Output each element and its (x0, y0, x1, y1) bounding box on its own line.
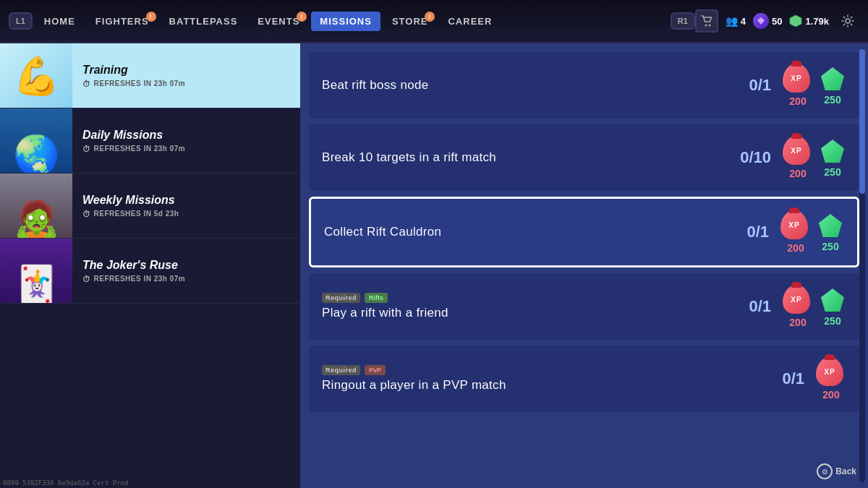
category-joker[interactable]: 🃏 The Joker's Ruse ⏱ REFRESHES IN 23h 07… (0, 239, 300, 304)
mission-row-play-rift-friend[interactable]: Required Rifts Play a rift with a friend… (309, 273, 859, 340)
gem-reward-4: 250 (819, 286, 846, 327)
gem-amount-2: 250 (824, 166, 841, 178)
xp-bag-icon-3: XP (780, 210, 811, 241)
gem-icon-3 (817, 212, 844, 239)
nav-item-missions[interactable]: MISSIONS (311, 12, 380, 31)
xp-reward-1: XP 200 (783, 64, 813, 107)
back-label: Back (835, 466, 856, 476)
mission-row-break-targets[interactable]: Break 10 targets in a rift match 0/10 XP… (309, 124, 859, 191)
joker-info: The Joker's Ruse ⏱ REFRESHES IN 23h 07m (72, 253, 300, 289)
training-thumbnail: 💪 (0, 43, 72, 108)
nav-items: HOME FIGHTERS ! BATTLEPASS EVENTS ! MISS… (35, 12, 668, 31)
mission-play-rift-required: Required Rifts (322, 293, 728, 303)
l1-button[interactable]: L1 (9, 12, 33, 30)
friends-icon: 👥 (726, 15, 738, 27)
xp-bag-icon-2: XP (783, 136, 813, 166)
required-type-5: PvP (365, 365, 386, 375)
required-type-4: Rifts (365, 293, 388, 303)
category-weekly[interactable]: 🧟 Weekly Missions ⏱ REFRESHES IN 5d 23h (0, 174, 300, 239)
mission-play-rift-rewards: XP 200 250 (783, 285, 846, 328)
required-label-5: Required (322, 365, 360, 375)
gem-icon-4 (819, 286, 846, 314)
weekly-thumbnail: 🧟 (0, 174, 72, 239)
nav-item-fighters[interactable]: FIGHTERS ! (87, 12, 158, 31)
weekly-title: Weekly Missions (82, 194, 290, 207)
r1-button[interactable]: R1 (671, 12, 695, 30)
xp-amount-1: 200 (789, 95, 806, 107)
xp-reward-5: XP 200 (816, 357, 846, 401)
clock-icon-training: ⏱ (82, 80, 91, 88)
mission-collect-cauldron-progress: 0/1 (726, 223, 769, 241)
main-content: 💪 Training ⏱ REFRESHES IN 23h 07m 🌏 Dail… (0, 43, 868, 488)
joker-title: The Joker's Ruse (82, 259, 290, 272)
mission-collect-cauldron-info: Collect Rift Cauldron (324, 225, 726, 239)
weekly-refresh: ⏱ REFRESHES IN 5d 23h (82, 210, 290, 218)
cart-icon[interactable] (695, 9, 718, 33)
nav-item-battlepass[interactable]: BATTLEPASS (161, 12, 247, 31)
gem-icon-2 (819, 137, 846, 165)
mission-break-targets-info: Break 10 targets in a rift match (322, 150, 728, 165)
nav-item-home[interactable]: HOME (35, 12, 84, 31)
clock-icon-joker: ⏱ (82, 275, 91, 283)
clock-icon-daily: ⏱ (82, 145, 91, 153)
mission-row-collect-cauldron[interactable]: Collect Rift Cauldron 0/1 XP 200 (309, 197, 859, 267)
xp-bag-icon-4: XP (783, 285, 813, 315)
svg-marker-2 (790, 15, 801, 27)
category-training[interactable]: 💪 Training ⏱ REFRESHES IN 23h 07m (0, 43, 300, 108)
training-refresh: ⏱ REFRESHES IN 23h 07m (82, 80, 290, 88)
coin-currency: 1.79k (789, 14, 829, 27)
gem-reward-1: 250 (819, 65, 846, 106)
mission-ringout-required: Required PvP (322, 365, 761, 375)
joker-thumbnail: 🃏 (0, 239, 72, 304)
mission-collect-cauldron-rewards: XP 200 250 (780, 210, 844, 254)
joker-emoji: 🃏 (13, 266, 60, 304)
training-title: Training (82, 64, 290, 77)
back-button[interactable]: ⊙ Back (817, 463, 856, 479)
scrollbar[interactable] (859, 49, 865, 482)
mission-row-ringout-pvp[interactable]: Required PvP Ringout a player in a PVP m… (309, 346, 859, 412)
coin-icon (789, 14, 802, 27)
daily-title: Daily Missions (82, 129, 290, 142)
xp-amount-2: 200 (789, 168, 806, 179)
gem-amount-4: 250 (824, 315, 841, 327)
category-list: 💪 Training ⏱ REFRESHES IN 23h 07m 🌏 Dail… (0, 43, 300, 488)
mission-beat-rift-info: Beat rift boss node (322, 78, 728, 93)
daily-thumbnail: 🌏 (0, 108, 72, 174)
friends-count: 👥 4 (726, 15, 746, 27)
top-navigation: L1 HOME FIGHTERS ! BATTLEPASS EVENTS ! M… (0, 0, 868, 43)
training-info: Training ⏱ REFRESHES IN 23h 07m (72, 58, 300, 94)
gem-reward-3: 250 (817, 212, 844, 252)
settings-icon[interactable] (836, 9, 859, 33)
mission-ringout-name: Ringout a player in a PVP match (322, 378, 761, 393)
mission-row-beat-rift[interactable]: Beat rift boss node 0/1 XP 200 (309, 52, 859, 119)
svg-point-3 (846, 19, 850, 23)
svg-point-0 (705, 25, 707, 27)
weekly-info: Weekly Missions ⏱ REFRESHES IN 5d 23h (72, 188, 300, 224)
joker-refresh: ⏱ REFRESHES IN 23h 07m (82, 275, 290, 283)
gem-reward-2: 250 (819, 137, 846, 178)
nav-item-store[interactable]: STORE ! (383, 12, 437, 31)
category-daily[interactable]: 🌏 Daily Missions ⏱ REFRESHES IN 23h 07m (0, 108, 300, 174)
mission-list: Beat rift boss node 0/1 XP 200 (300, 43, 868, 488)
nav-item-career[interactable]: CAREER (439, 12, 501, 31)
mission-play-rift-info: Required Rifts Play a rift with a friend (322, 293, 728, 320)
xp-reward-3: XP 200 (780, 210, 811, 254)
required-label-4: Required (322, 293, 360, 303)
fighters-notification: ! (146, 12, 156, 22)
xp-reward-4: XP 200 (783, 285, 813, 328)
mission-collect-cauldron-name: Collect Rift Cauldron (324, 225, 726, 239)
mission-ringout-rewards: XP 200 (816, 357, 846, 401)
weekly-emoji: 🧟 (13, 201, 60, 239)
daily-info: Daily Missions ⏱ REFRESHES IN 23h 07m (72, 123, 300, 159)
training-emoji: 💪 (13, 57, 60, 95)
clock-icon-weekly: ⏱ (82, 210, 91, 218)
back-circle-icon: ⊙ (817, 463, 833, 479)
mission-ringout-progress: 0/1 (761, 369, 804, 388)
mission-break-targets-name: Break 10 targets in a rift match (322, 150, 728, 165)
mission-ringout-info: Required PvP Ringout a player in a PVP m… (322, 365, 761, 393)
nav-item-events[interactable]: EVENTS ! (249, 12, 308, 31)
mission-break-targets-progress: 0/10 (728, 148, 771, 167)
mission-beat-rift-rewards: XP 200 250 (783, 64, 846, 107)
gem-amount-1: 250 (824, 94, 841, 106)
gem-amount-3: 250 (822, 241, 838, 252)
